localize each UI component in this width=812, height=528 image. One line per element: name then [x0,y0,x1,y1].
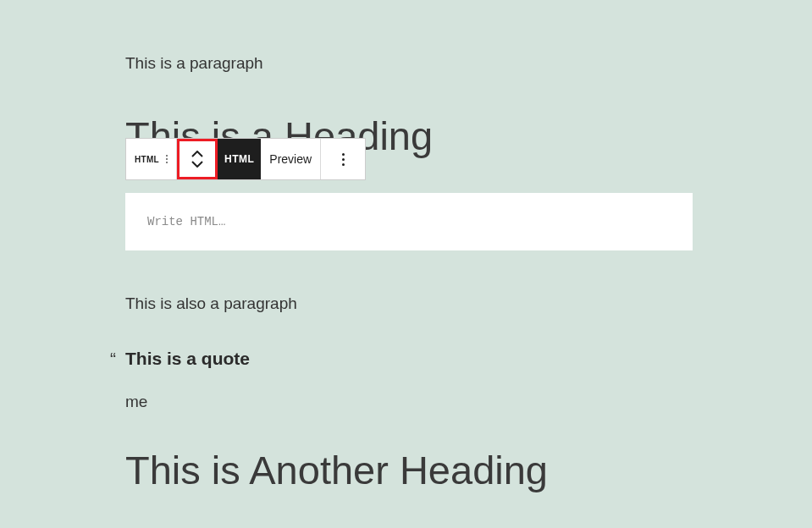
block-type-button[interactable]: HTML [126,139,177,179]
block-type-dots [166,155,168,163]
block-mover[interactable] [177,139,218,179]
more-options-button[interactable] [321,139,365,179]
block-type-label: HTML [135,155,159,164]
quote-block[interactable]: “ This is a quote [125,349,693,369]
quote-mark-icon: “ [110,349,116,369]
paragraph-block[interactable]: This is a paragraph [125,54,693,73]
heading-block-2[interactable]: This is Another Heading [125,447,693,493]
preview-tab[interactable]: Preview [269,152,312,166]
html-placeholder: Write HTML… [147,215,225,228]
html-block-editor[interactable]: Write HTML… [125,193,693,250]
dots-vertical-icon [342,153,345,166]
chevron-down-icon [191,161,203,168]
quote-citation[interactable]: me [125,393,693,411]
quote-text: This is a quote [125,349,250,368]
block-toolbar: HTML HTML Preview [125,138,366,180]
paragraph-block-2[interactable]: This is also a paragraph [125,294,693,313]
html-tab[interactable]: HTML [218,139,261,179]
chevron-up-icon [191,151,203,157]
view-mode-tabs: HTML Preview [218,139,321,179]
